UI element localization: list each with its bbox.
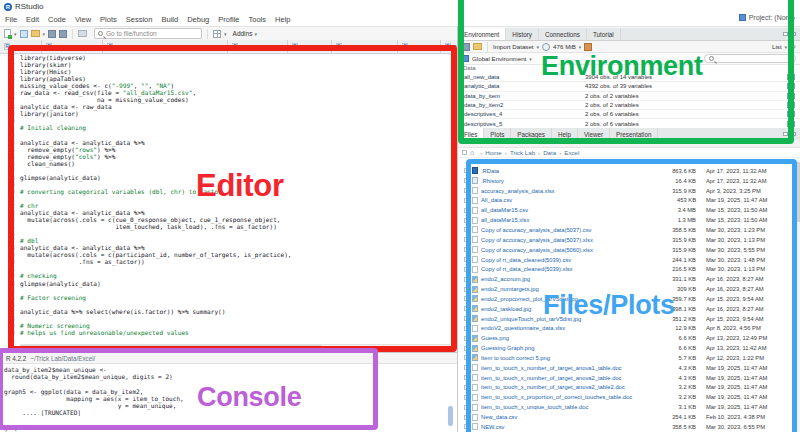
console-header[interactable]: R 4.2.2 ~/Trick Lab/Data/Excel/	[0, 353, 457, 364]
file-checkbox[interactable]	[464, 237, 469, 242]
file-checkbox[interactable]	[464, 415, 469, 420]
code-editor[interactable]: 1 library(tidyverse) 2 library(skimr) 3 …	[0, 54, 457, 344]
file-checkbox[interactable]	[464, 296, 469, 301]
breadcrumb-item[interactable]: Trick Lab	[502, 149, 535, 156]
view-table-icon[interactable]	[787, 83, 795, 89]
tab-tutorial[interactable]: Tutorial	[587, 28, 621, 40]
object-name[interactable]: data_by_item	[458, 93, 585, 99]
tab-files[interactable]: Files	[458, 128, 484, 140]
file-name-link[interactable]: endo2_accnum.jpg	[481, 276, 654, 282]
file-name-link[interactable]: all_dataMar15.xlsx	[481, 217, 654, 223]
menu-item[interactable]: File	[5, 15, 17, 24]
file-checkbox[interactable]	[464, 316, 469, 321]
file-name-link[interactable]: item_to_touch_x_number_of_target_anova2_…	[481, 384, 654, 390]
file-name-link[interactable]: NEW.csv	[481, 424, 654, 430]
file-name-link[interactable]: all_dataMar15.csv	[481, 207, 654, 213]
file-name-link[interactable]: .Rhistory	[481, 178, 654, 184]
editor-tab[interactable]: R RT 5 Targets.R ×	[42, 40, 103, 53]
tab-connections[interactable]: Connections	[539, 28, 587, 40]
addins-menu[interactable]: Addins ▾	[233, 30, 257, 37]
file-name-link[interactable]: endo2_propcorrect_plot_tarV5dist.jpg	[481, 296, 654, 302]
file-checkbox[interactable]	[464, 385, 469, 390]
refresh-icon[interactable]: ↻	[790, 43, 796, 51]
file-checkbox[interactable]	[464, 365, 469, 370]
file-checkbox[interactable]	[464, 257, 469, 262]
import-dataset-button[interactable]: Import Dataset	[493, 43, 534, 50]
editor-tab[interactable]: R Lab 6.R ×	[398, 40, 441, 53]
object-name[interactable]: descriptives_4	[458, 111, 585, 117]
console-output[interactable]: data_by_item2$mean_unique <- round(data_…	[0, 364, 457, 431]
file-checkbox[interactable]	[464, 405, 469, 410]
editor-horizontal-scrollbar[interactable]	[20, 344, 450, 350]
chevron-down-icon[interactable]: ▾	[537, 44, 540, 50]
menu-item[interactable]: Debug	[187, 15, 209, 24]
file-name-link[interactable]: item_to_touch_x_unqiue_touch_table.doc	[481, 404, 654, 410]
view-table-icon[interactable]	[787, 93, 795, 99]
breadcrumb-item[interactable]: Home	[477, 149, 502, 156]
minimize-icon[interactable]	[783, 32, 788, 36]
new-file-icon[interactable]	[4, 29, 11, 38]
editor-tab[interactable]: R Probabilities.R ×	[228, 40, 288, 53]
file-checkbox[interactable]	[464, 306, 469, 311]
tab-history[interactable]: History	[506, 28, 539, 40]
view-table-icon[interactable]	[787, 74, 795, 80]
file-checkbox[interactable]	[464, 227, 469, 232]
file-name-link[interactable]: Copy of rt_data_cleaned(5039).csv	[481, 257, 654, 263]
breadcrumb-item[interactable]: Data	[535, 149, 556, 156]
more-tabs-icon[interactable]: »	[443, 42, 452, 48]
file-name-link[interactable]: endo2_numtargets.jpg	[481, 286, 654, 292]
goto-file-input[interactable]: Go to file/function	[94, 28, 202, 39]
memory-usage-label[interactable]: 476 MiB	[553, 43, 576, 50]
chevron-down-icon[interactable]: ▾	[579, 44, 582, 50]
breadcrumb-item[interactable]: Excel	[556, 149, 579, 156]
editor-tab[interactable]: R uracy.R ×	[0, 40, 42, 53]
file-name-link[interactable]: Copy of accuracy_analysis_data(5037).csv	[481, 227, 654, 233]
menu-item[interactable]: Plots	[100, 15, 117, 24]
project-selector[interactable]: Project: (Non ▾	[739, 14, 795, 21]
close-icon[interactable]: ×	[279, 44, 283, 50]
file-checkbox[interactable]	[464, 346, 469, 351]
list-view-selector[interactable]: List	[772, 43, 782, 50]
file-name-link[interactable]: Item to touch correct 5.png	[481, 355, 654, 361]
menu-item[interactable]: View	[75, 15, 91, 24]
file-checkbox[interactable]	[464, 336, 469, 341]
chevron-down-icon[interactable]: ▾	[529, 56, 532, 62]
menu-item[interactable]: Profile	[218, 15, 239, 24]
workspace-panes-icon[interactable]	[213, 30, 221, 38]
view-table-icon[interactable]	[787, 121, 795, 127]
print-icon[interactable]	[78, 30, 87, 37]
file-name-link[interactable]: Copy of rt_data_cleaned(5039).xlsx	[481, 266, 654, 272]
save-icon[interactable]	[48, 30, 56, 38]
object-name[interactable]: data_by_item2	[458, 102, 585, 108]
menu-item[interactable]: Help	[275, 15, 290, 24]
open-file-icon[interactable]	[31, 30, 40, 37]
console-scrollbar-thumb[interactable]	[448, 406, 453, 426]
save-all-icon[interactable]	[59, 30, 67, 38]
load-workspace-icon[interactable]	[473, 43, 482, 50]
tab-plots[interactable]: Plots	[484, 128, 511, 140]
file-checkbox[interactable]	[464, 198, 469, 203]
maximize-icon[interactable]	[791, 32, 796, 36]
chevron-down-icon[interactable]: ▾	[43, 31, 46, 37]
view-table-icon[interactable]	[787, 111, 795, 117]
close-icon[interactable]: ×	[432, 44, 436, 50]
file-name-link[interactable]: item_to_touch_x_proportion_of_correct_to…	[481, 394, 654, 400]
minimize-icon[interactable]	[783, 132, 788, 136]
file-checkbox[interactable]	[464, 168, 469, 173]
file-checkbox[interactable]	[464, 178, 469, 183]
file-checkbox[interactable]	[464, 287, 469, 292]
close-icon[interactable]: ×	[220, 44, 224, 50]
close-icon[interactable]: ×	[34, 44, 38, 50]
select-all-checkbox[interactable]	[462, 150, 467, 155]
menu-item[interactable]: Code	[48, 15, 66, 24]
files-scrollbar[interactable]	[794, 160, 800, 432]
maximize-icon[interactable]	[791, 132, 796, 136]
file-name-link[interactable]: All_data.csv	[481, 197, 654, 203]
file-name-link[interactable]: accuracy_analysis_data.xlsx	[481, 188, 654, 194]
file-checkbox[interactable]	[464, 424, 469, 429]
file-name-link[interactable]: endo2_uniqueTouch_plot_tarV5dist.jpg	[481, 316, 654, 322]
file-checkbox[interactable]	[464, 267, 469, 272]
menu-item[interactable]: Edit	[26, 15, 39, 24]
file-name-link[interactable]: item_to_touch_x_number_of_target_anova2_…	[481, 375, 654, 381]
file-name-link[interactable]: Copy of accuracy_analysis_data(5060).xls…	[481, 247, 654, 253]
